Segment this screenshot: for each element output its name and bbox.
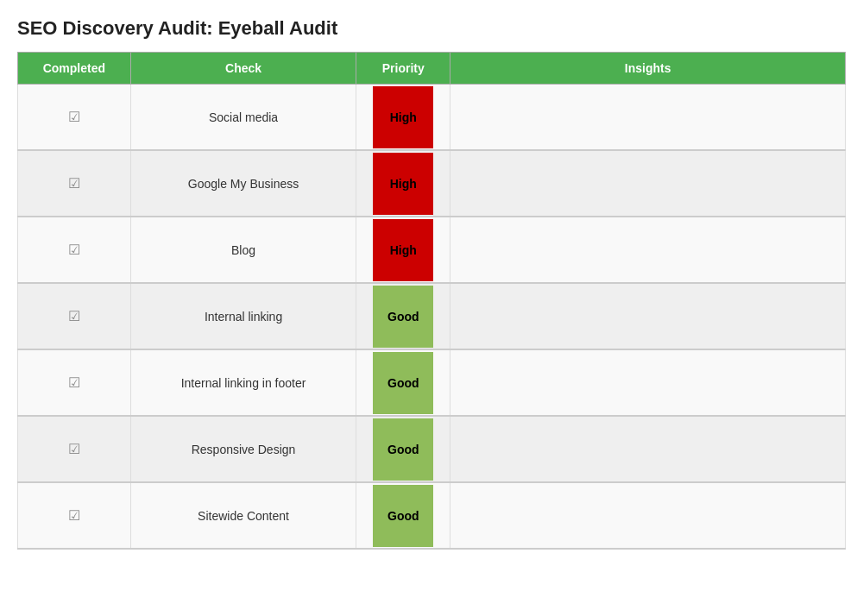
insights-cell bbox=[450, 283, 846, 349]
priority-cell: High bbox=[356, 217, 450, 283]
completed-cell: ☑ bbox=[18, 217, 131, 283]
priority-badge: High bbox=[373, 219, 433, 281]
priority-cell: High bbox=[356, 85, 450, 151]
checkbox-icon: ☑ bbox=[68, 442, 80, 456]
insights-cell bbox=[450, 482, 846, 549]
table-row: ☑Social mediaHigh bbox=[18, 85, 846, 151]
check-cell: Blog bbox=[130, 217, 356, 283]
table-row: ☑BlogHigh bbox=[18, 217, 846, 283]
check-cell: Sitewide Content bbox=[130, 482, 356, 549]
checkbox-icon: ☑ bbox=[68, 242, 80, 257]
header-completed: Completed bbox=[18, 53, 131, 85]
completed-cell: ☑ bbox=[18, 85, 131, 151]
priority-badge: Good bbox=[373, 286, 433, 348]
table-header-row: Completed Check Priority Insights bbox=[18, 53, 846, 85]
insights-cell bbox=[450, 150, 846, 217]
insights-cell bbox=[450, 85, 846, 151]
header-check: Check bbox=[130, 53, 356, 85]
table-row: ☑Google My BusinessHigh bbox=[18, 150, 846, 217]
table-row: ☑Sitewide ContentGood bbox=[18, 482, 846, 549]
insights-cell bbox=[450, 416, 846, 482]
insights-cell bbox=[450, 217, 846, 283]
priority-cell: Good bbox=[356, 416, 450, 482]
priority-cell: High bbox=[356, 150, 450, 217]
table-row: ☑Internal linking in footerGood bbox=[18, 349, 846, 416]
check-cell: Internal linking bbox=[130, 283, 356, 349]
checkbox-icon: ☑ bbox=[68, 110, 80, 124]
page-title: SEO Discovery Audit: Eyeball Audit bbox=[17, 17, 846, 40]
checkbox-icon: ☑ bbox=[68, 309, 80, 324]
completed-cell: ☑ bbox=[18, 482, 131, 549]
priority-cell: Good bbox=[356, 283, 450, 349]
priority-badge: Good bbox=[373, 352, 433, 414]
check-cell: Social media bbox=[130, 85, 356, 151]
completed-cell: ☑ bbox=[18, 283, 131, 349]
header-priority: Priority bbox=[356, 53, 450, 85]
check-cell: Internal linking in footer bbox=[130, 349, 356, 416]
priority-cell: Good bbox=[356, 349, 450, 416]
table-row: ☑Internal linkingGood bbox=[18, 283, 846, 349]
checkbox-icon: ☑ bbox=[68, 176, 80, 191]
table-row: ☑Responsive DesignGood bbox=[18, 416, 846, 482]
priority-badge: High bbox=[373, 153, 433, 215]
check-cell: Google My Business bbox=[130, 150, 356, 217]
completed-cell: ☑ bbox=[18, 150, 131, 217]
completed-cell: ☑ bbox=[18, 349, 131, 416]
insights-cell bbox=[450, 349, 846, 416]
audit-table: Completed Check Priority Insights ☑Socia… bbox=[17, 52, 846, 550]
checkbox-icon: ☑ bbox=[68, 375, 80, 390]
priority-badge: High bbox=[373, 86, 433, 148]
priority-cell: Good bbox=[356, 482, 450, 549]
header-insights: Insights bbox=[450, 53, 846, 85]
priority-badge: Good bbox=[373, 418, 433, 481]
priority-badge: Good bbox=[373, 485, 433, 547]
check-cell: Responsive Design bbox=[130, 416, 356, 482]
checkbox-icon: ☑ bbox=[68, 508, 80, 523]
completed-cell: ☑ bbox=[18, 416, 131, 482]
